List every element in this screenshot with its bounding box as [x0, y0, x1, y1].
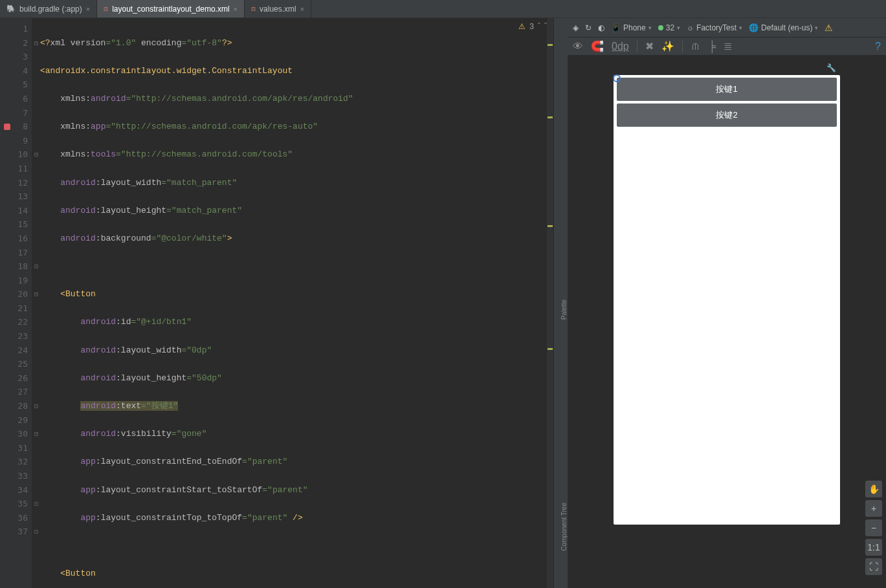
magnet-icon[interactable]: 🧲	[591, 40, 604, 52]
close-icon[interactable]: ×	[86, 5, 90, 13]
xml-icon: ⧈	[104, 5, 108, 13]
zoom-fit-button[interactable]: ⛶	[865, 558, 882, 575]
device-selector[interactable]: 📱Phone▾	[611, 23, 652, 32]
palette-label[interactable]: Palette	[560, 299, 568, 320]
preview-button-2[interactable]: 按键2	[617, 103, 837, 127]
tab-label: values.xml	[260, 5, 296, 14]
zoom-out-button[interactable]: −	[865, 519, 882, 536]
close-icon[interactable]: ×	[300, 5, 304, 13]
guideline-icon[interactable]: ⫙	[691, 41, 701, 52]
component-tree-panel: Component Tree	[553, 459, 568, 588]
warning-icon[interactable]: ⚠	[825, 23, 833, 33]
device-frame: 🔧 按键1 按键2	[614, 75, 840, 525]
component-tree-label[interactable]: Component Tree	[560, 503, 568, 551]
editor-tabs: 🐘 build.gradle (:app) × ⧈ layout_constra…	[0, 0, 886, 18]
preview-toolbar: ◈ ↻ ◐ 📱Phone▾ 32▾ ☼FactoryTest▾ 🌐Default…	[568, 18, 886, 38]
zoom-reset-button[interactable]: 1:1	[865, 539, 882, 556]
close-icon[interactable]: ×	[234, 5, 238, 13]
tab-label: build.gradle (:app)	[19, 5, 82, 14]
line-gutter: 1234 567 8 9101112 13141516 17181920 212…	[0, 18, 32, 588]
api-selector[interactable]: 32▾	[658, 23, 680, 32]
preview-options: 👁 🧲 0dp ✖ ✨ ⫙ ╞ ≣ ?	[568, 38, 886, 56]
design-preview: ◈ ↻ ◐ 📱Phone▾ 32▾ ☼FactoryTest▾ 🌐Default…	[568, 18, 886, 588]
xml-icon: ⧈	[251, 5, 256, 13]
inspection-status[interactable]: ⚠ 3 ˆ ˇ	[518, 22, 547, 31]
clear-icon[interactable]: ✖	[645, 40, 654, 52]
warning-icon: ⚠	[518, 22, 526, 31]
zoom-in-button[interactable]: +	[865, 500, 882, 517]
design-canvas[interactable]: 🔧 按键1 按键2 ✋ + − 1:1 ⛶	[568, 56, 886, 588]
selection-handle[interactable]	[612, 74, 621, 83]
error-stripe[interactable]	[547, 18, 553, 588]
pack-icon[interactable]: ≣	[724, 40, 732, 52]
code-editor[interactable]: 1234 567 8 9101112 13141516 17181920 212…	[0, 18, 553, 588]
help-icon[interactable]: ?	[875, 41, 881, 52]
pan-button[interactable]: ✋	[865, 481, 882, 497]
tab-values-xml[interactable]: ⧈ values.xml ×	[245, 0, 311, 17]
nightmode-icon[interactable]: ◐	[598, 23, 604, 32]
svg-point-0	[614, 75, 620, 82]
eye-icon[interactable]: 👁	[573, 41, 583, 52]
wrench-icon[interactable]: 🔧	[826, 63, 836, 72]
tab-label: layout_constraintlayout_demo.xml	[112, 5, 229, 14]
zoom-controls: ✋ + − 1:1 ⛶	[865, 481, 882, 575]
default-margin[interactable]: 0dp	[612, 41, 629, 52]
prev-problem-icon[interactable]: ˆ	[538, 22, 540, 31]
breakpoint-marker[interactable]	[4, 124, 10, 130]
gradle-icon: 🐘	[6, 5, 16, 13]
fold-column: ⊟ ⊟ ⊡⊟ ⊡ ⊟ ⊡ ⊡	[32, 18, 40, 588]
theme-selector[interactable]: ☼FactoryTest▾	[687, 23, 742, 32]
wand-icon[interactable]: ✨	[661, 40, 674, 52]
preview-button-1[interactable]: 按键1	[617, 78, 837, 101]
locale-selector[interactable]: 🌐Default (en-us)▾	[749, 23, 818, 32]
surface-icon[interactable]: ◈	[573, 23, 579, 32]
orientation-icon[interactable]: ↻	[585, 23, 592, 32]
tab-layout-xml[interactable]: ⧈ layout_constraintlayout_demo.xml ×	[97, 0, 245, 17]
tab-build-gradle[interactable]: 🐘 build.gradle (:app) ×	[0, 0, 97, 17]
align-icon[interactable]: ╞	[709, 41, 716, 52]
code-area[interactable]: <?xml version="1.0" encoding="utf-8"?> <…	[40, 18, 553, 588]
